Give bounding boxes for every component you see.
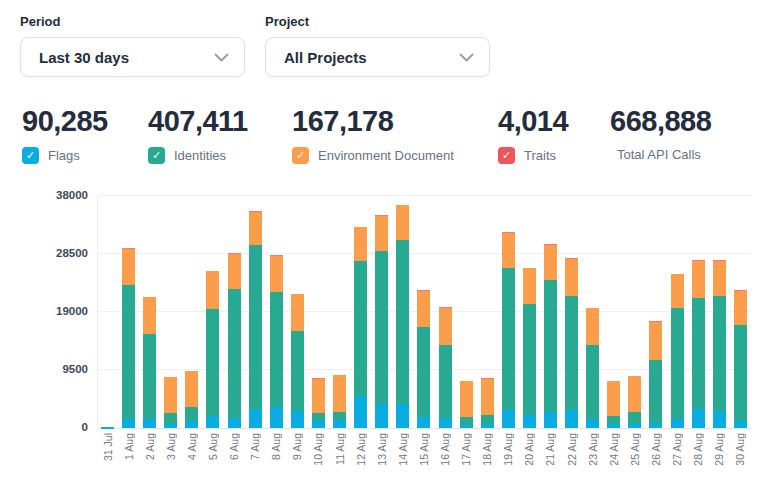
stacked-bar <box>628 376 641 428</box>
segment-identities <box>417 327 430 418</box>
project-select[interactable]: All Projects <box>265 37 490 77</box>
x-tick-label: 21 Aug <box>544 433 556 466</box>
segment-environment-document <box>671 274 684 308</box>
segment-environment-document <box>354 227 367 261</box>
bar-column-1-aug <box>118 196 139 428</box>
segment-flags <box>312 421 325 428</box>
period-control: Period Last 30 days <box>20 14 245 77</box>
bar-column-6-aug <box>224 196 245 428</box>
bar-column-20-aug <box>519 196 540 428</box>
x-tick-label: 11 Aug <box>334 433 346 465</box>
segment-environment-document <box>164 377 177 412</box>
segment-environment-document <box>692 261 705 298</box>
bar-column-8-aug <box>266 196 287 428</box>
segment-environment-document <box>649 322 662 360</box>
stat-legend: ✓Identities <box>148 147 292 164</box>
bar-column-28-aug <box>688 196 709 428</box>
identities-checkbox[interactable]: ✓ <box>148 147 165 164</box>
x-tick-label: 10 Aug <box>312 433 324 466</box>
stacked-bar <box>333 375 346 428</box>
stacked-bar <box>375 215 388 428</box>
x-tick-label: 6 Aug <box>228 433 240 460</box>
segment-identities <box>481 415 494 424</box>
segment-flags <box>586 419 599 428</box>
segment-flags <box>628 424 641 428</box>
x-tick-label: 23 Aug <box>587 433 599 466</box>
x-tick-label: 22 Aug <box>566 433 578 466</box>
segment-flags <box>481 424 494 428</box>
segment-environment-document <box>291 294 304 331</box>
segment-flags <box>607 424 620 428</box>
y-tick-label: 9500 <box>0 363 88 375</box>
chevron-down-icon <box>459 53 474 62</box>
stacked-bar <box>502 232 515 428</box>
stacked-bar <box>249 211 262 428</box>
segment-identities <box>396 240 409 404</box>
stat-value: 4,014 <box>498 104 610 138</box>
bars-layer <box>97 196 751 428</box>
x-tick-label: 14 Aug <box>397 433 409 466</box>
x-tick-label: 12 Aug <box>355 433 367 466</box>
stacked-bar <box>586 308 599 428</box>
period-label: Period <box>20 14 245 29</box>
segment-flags <box>333 420 346 428</box>
stat-label: Identities <box>174 148 226 163</box>
x-tick-label: 8 Aug <box>270 433 282 460</box>
stat-total-api-calls: 668,888Total API Calls <box>610 104 711 164</box>
segment-environment-document <box>439 308 452 345</box>
segment-flags <box>692 409 705 428</box>
segment-flags <box>228 418 241 428</box>
environment-document-checkbox[interactable]: ✓ <box>292 147 309 164</box>
stacked-bar <box>523 268 536 428</box>
bar-column-18-aug <box>477 196 498 428</box>
y-tick-label: 38000 <box>0 189 88 201</box>
segment-environment-document <box>713 261 726 296</box>
segment-environment-document <box>523 268 536 304</box>
bar-column-9-aug <box>287 196 308 428</box>
segment-identities <box>270 292 283 407</box>
stacked-bar <box>671 274 684 428</box>
period-select[interactable]: Last 30 days <box>20 37 245 77</box>
stat-legend: ✓Traits <box>498 147 610 164</box>
stacked-bar <box>734 290 747 428</box>
flags-checkbox[interactable]: ✓ <box>22 147 39 164</box>
bar-column-23-aug <box>582 196 603 428</box>
segment-identities <box>312 413 325 420</box>
segment-identities <box>206 309 219 416</box>
x-tick-label: 3 Aug <box>165 433 177 460</box>
stacked-bar <box>649 321 662 428</box>
stat-legend: ✓Environment Document <box>292 147 498 164</box>
stacked-bar <box>417 290 430 428</box>
bar-column-13-aug <box>371 196 392 428</box>
stacked-bar <box>312 378 325 428</box>
segment-flags <box>206 416 219 428</box>
bar-column-3-aug <box>160 196 181 428</box>
segment-flags <box>439 418 452 428</box>
stacked-bar <box>544 244 557 428</box>
y-tick-label: 19000 <box>0 305 88 317</box>
segment-flags <box>270 407 283 428</box>
segment-environment-document <box>143 297 156 334</box>
stacked-bar <box>565 258 578 428</box>
segment-flags <box>671 419 684 428</box>
segment-environment-document <box>270 256 283 292</box>
segment-identities <box>439 345 452 418</box>
segment-environment-document <box>206 271 219 309</box>
segment-environment-document <box>628 376 641 413</box>
stacked-bar <box>354 227 367 428</box>
segment-flags <box>122 419 135 428</box>
stat-environment-document: 167,178✓Environment Document <box>292 104 498 164</box>
bar-column-15-aug <box>413 196 434 428</box>
segment-identities <box>164 413 177 424</box>
bar-column-14-aug <box>392 196 413 428</box>
stat-label: Flags <box>48 148 80 163</box>
segment-environment-document <box>460 381 473 417</box>
x-tick-label: 5 Aug <box>207 433 219 460</box>
x-tick-label: 16 Aug <box>439 433 451 466</box>
segment-identities <box>628 412 641 424</box>
stacked-bar <box>396 205 409 428</box>
bar-column-4-aug <box>181 196 202 428</box>
traits-checkbox[interactable]: ✓ <box>498 147 515 164</box>
x-tick-label: 15 Aug <box>418 433 430 466</box>
segment-identities <box>375 251 388 404</box>
